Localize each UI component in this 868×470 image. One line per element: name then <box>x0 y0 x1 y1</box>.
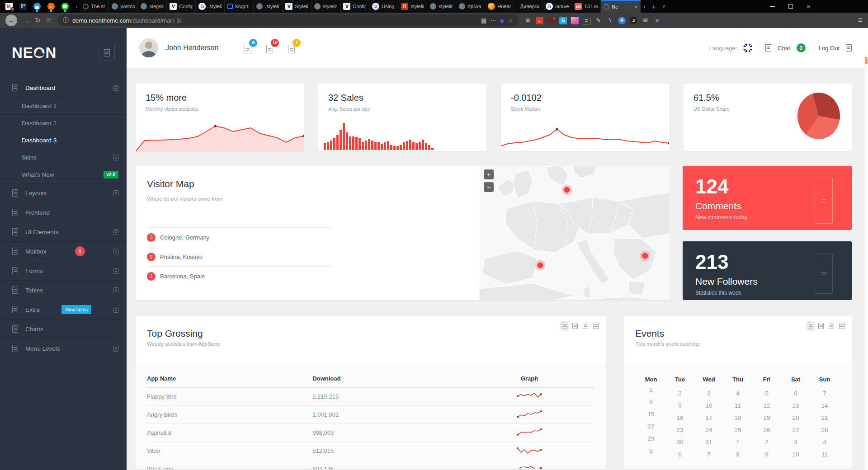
calendar-date[interactable]: 28 <box>810 427 839 439</box>
pen-icon[interactable]: ✎ <box>594 17 602 24</box>
sidebar-item-tables[interactable]: Tables <box>0 281 127 300</box>
mail-notifications-icon[interactable]: 10 <box>266 42 273 54</box>
mail-icon[interactable]: ✉ <box>642 17 649 24</box>
calendar-date[interactable]: 8 <box>723 451 752 463</box>
panel-collapse-icon[interactable] <box>562 323 567 329</box>
table-row[interactable]: Whatsapp504,135 <box>147 460 594 470</box>
panel-expand-icon[interactable] <box>583 323 588 329</box>
europe-map[interactable]: + − <box>479 166 670 300</box>
scrollbar-thumb[interactable] <box>865 57 868 64</box>
calendar-date[interactable]: 11 <box>810 451 839 463</box>
sidebar-item-dashboard-3[interactable]: Dashboard 3 <box>0 132 127 149</box>
table-row[interactable]: Viber512,015 <box>147 442 594 460</box>
user-name[interactable]: John Henderson <box>165 44 218 52</box>
red-dots-icon[interactable]: … <box>536 17 543 24</box>
calendar-date[interactable]: 20 <box>781 414 810 427</box>
calendar-date[interactable]: 3 <box>694 390 723 402</box>
sidebar-item-dashboard[interactable]: Dashboard <box>0 78 127 98</box>
browser-tab[interactable]: Glaravel <box>543 0 572 13</box>
calendar-date[interactable]: 5 <box>637 447 665 460</box>
calendar-date[interactable]: 9 <box>665 402 694 414</box>
browser-tab[interactable]: LN13 Lar <box>572 0 601 13</box>
grammar-icon[interactable]: G <box>559 17 567 24</box>
calendar-date[interactable]: 6 <box>781 390 810 402</box>
calendar-date[interactable]: 24 <box>694 427 723 439</box>
tasks-icon[interactable]: 1 <box>288 42 295 54</box>
calendar-date[interactable]: 13 <box>781 402 810 414</box>
visitor-location-item[interactable]: 1Barcelona, Spain <box>147 266 331 286</box>
maximize-button[interactable] <box>788 4 793 9</box>
r-circle-icon[interactable]: R <box>618 17 626 24</box>
calendar-date[interactable]: 2 <box>752 439 781 451</box>
sidebar-item-charts[interactable]: Charts <box>0 320 127 339</box>
panel-refresh-icon[interactable] <box>818 323 824 329</box>
sidebar-item-ui-elements[interactable]: UI Elements <box>0 222 127 242</box>
barcelona-marker[interactable] <box>538 262 543 268</box>
tab-list-chevron-icon[interactable]: ˅ <box>659 0 668 13</box>
browser-menu-icon[interactable]: ≡ <box>858 16 863 25</box>
tab-scroll-left-icon[interactable]: ‹ <box>73 0 80 13</box>
panel-close-icon[interactable] <box>839 323 844 329</box>
calendar-date[interactable]: 1 <box>723 439 752 451</box>
calendar-date[interactable]: 23 <box>665 427 694 439</box>
stat-card-stock[interactable]: -0.0102Stock Market <box>501 84 669 151</box>
logout-button[interactable]: Log Out <box>819 45 840 52</box>
calendar-date[interactable]: 27 <box>781 427 810 439</box>
sidebar-item-mailbox[interactable]: Mailbox8 <box>0 242 127 261</box>
reader-mode-icon[interactable]: ▤ <box>481 17 486 24</box>
browser-tab[interactable]: Кодст <box>225 0 254 13</box>
newsfeed-icon[interactable]: 6 <box>245 42 251 54</box>
visitor-location-item[interactable]: 2Pristina, Kosovo <box>147 247 331 266</box>
sidebar-item-dashboard-1[interactable]: Dashboard 1 <box>0 98 127 115</box>
minimize-button[interactable] <box>770 6 775 7</box>
sidebar-item-what-s-new[interactable]: What's Newv2.0 <box>0 166 127 183</box>
calendar-date[interactable]: 1 <box>637 386 665 399</box>
sidebar-item-layouts[interactable]: Layouts <box>0 183 127 203</box>
page-scrollbar[interactable] <box>864 56 868 470</box>
overflow-icon[interactable]: » <box>653 17 661 24</box>
chat-icon[interactable] <box>765 44 771 52</box>
sidebar-item-frontend[interactable]: Frontend <box>0 203 127 222</box>
browser-tab[interactable]: The st <box>80 0 109 13</box>
calendar-date[interactable]: 25 <box>723 427 752 439</box>
panel-collapse-icon[interactable] <box>808 323 813 329</box>
cologne-marker[interactable] <box>564 187 570 193</box>
calendar-date[interactable]: 9 <box>752 451 781 463</box>
calendar-date[interactable]: 15 <box>637 411 665 423</box>
sidebar-item-menu-levels[interactable]: Menu Levels <box>0 339 127 358</box>
tab-close-icon[interactable]: × <box>634 4 638 9</box>
calendar-date[interactable]: 4 <box>810 439 839 451</box>
forward-button[interactable]: → <box>23 17 29 24</box>
wrench-icon[interactable]: ⚙ <box>524 17 532 24</box>
address-bar[interactable]: ⓘ demo.neontheme.com/dashboard/main-3/ ▤… <box>57 14 519 26</box>
browser-tab[interactable]: Новая <box>485 0 514 13</box>
stat-card-visitors[interactable]: 15% moreMonthly visitor statistics <box>136 84 304 151</box>
calendar-date[interactable]: 10 <box>781 451 810 463</box>
sidebar-collapse-button[interactable] <box>99 45 115 61</box>
calendar-date[interactable]: 18 <box>723 414 752 427</box>
browser-tab[interactable]: postcs <box>109 0 138 13</box>
calendar-date[interactable]: 10 <box>694 402 723 414</box>
calendar-date[interactable]: 31 <box>694 439 723 451</box>
pink-gradient-icon[interactable] <box>571 17 579 24</box>
sidebar-item-extra[interactable]: ExtraNew Items <box>0 300 127 320</box>
messenger-pinned-tab[interactable] <box>31 0 43 13</box>
calendar-date[interactable]: 7 <box>694 451 723 463</box>
browser-tab[interactable]: VStyleli <box>283 0 311 13</box>
browser-tab[interactable]: Дилерска <box>514 0 543 13</box>
sidebar-item-dashboard-2[interactable]: Dashboard 2 <box>0 115 127 132</box>
calendar-date[interactable]: 3 <box>781 439 810 451</box>
favorite-star-icon[interactable]: ☆ <box>508 17 513 24</box>
extensions-menu-icon[interactable]: ⋯ <box>490 17 496 24</box>
visitor-location-item[interactable]: 3Cologne, Germany <box>147 227 331 247</box>
trello-pinned-tab[interactable] <box>17 0 29 13</box>
browser-tab[interactable]: rtplv/a <box>456 0 485 13</box>
calendar-date[interactable]: 16 <box>665 414 694 427</box>
calendar-date[interactable]: 2 <box>665 390 694 402</box>
soundcloud-pinned-tab[interactable]: ♪ <box>45 0 57 13</box>
whatsapp-pinned-tab[interactable]: ☎ <box>59 0 71 13</box>
new-tab-button[interactable]: + <box>648 0 660 13</box>
calendar-date[interactable]: 12 <box>752 402 781 414</box>
bookmarks-icon[interactable]: ☆ <box>46 16 52 24</box>
calendar-date[interactable]: 17 <box>694 414 723 427</box>
